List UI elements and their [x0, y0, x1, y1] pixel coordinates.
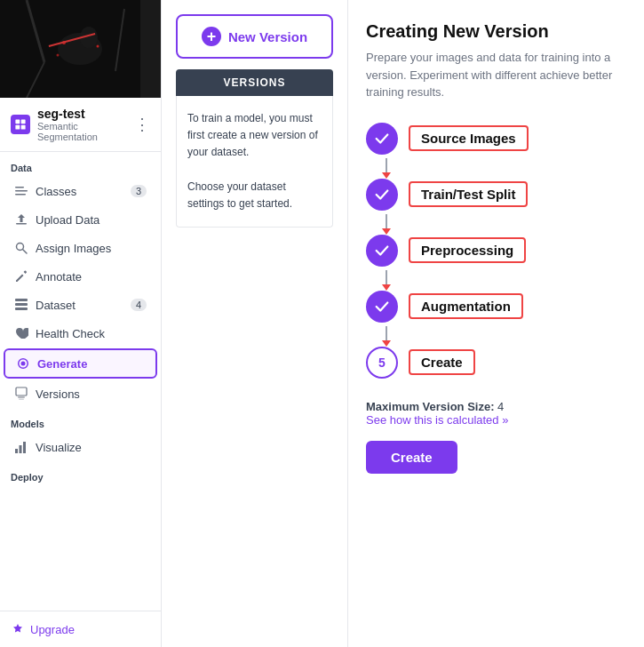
versions-label: Versions: [36, 387, 80, 401]
upload-data-label: Upload Data: [36, 213, 99, 227]
svg-rect-27: [23, 442, 26, 453]
svg-line-18: [23, 250, 28, 254]
project-info: seg-test Semantic Segmentation: [37, 107, 127, 142]
new-version-label: New Version: [228, 29, 307, 44]
preprocessing-label: Preprocessing: [409, 237, 526, 263]
svg-point-3: [62, 41, 66, 44]
page-title: Creating New Version: [366, 21, 626, 42]
upgrade-button[interactable]: Upgrade: [11, 622, 150, 636]
arrow-2: [366, 214, 626, 235]
svg-rect-15: [15, 194, 26, 196]
step-3-circle: [366, 235, 398, 267]
svg-rect-11: [15, 125, 20, 130]
svg-rect-25: [15, 449, 18, 453]
new-version-button[interactable]: + New Version: [176, 14, 333, 59]
versions-body: To train a model, you must first create …: [176, 96, 333, 228]
step-create: 5 Create: [366, 347, 626, 379]
svg-rect-20: [15, 303, 28, 306]
dataset-badge: 4: [131, 299, 147, 311]
arrow-4: [366, 326, 626, 347]
project-more-button[interactable]: ⋮: [134, 115, 150, 134]
sidebar-item-assign-images[interactable]: Assign Images: [4, 235, 157, 261]
visualize-label: Visualize: [36, 441, 82, 454]
sidebar-footer: Upgrade: [0, 611, 161, 647]
annotate-label: Annotate: [36, 270, 82, 284]
arrow-1: [366, 158, 626, 179]
versions-section: VERSIONS To train a model, you must firs…: [176, 69, 333, 228]
step-preprocessing: Preprocessing: [366, 235, 626, 267]
project-icon: [11, 115, 30, 134]
svg-rect-12: [21, 125, 26, 130]
project-meta: seg-test Semantic Segmentation ⋮: [0, 98, 161, 152]
arrow-3: [366, 270, 626, 291]
step-1-circle: [366, 123, 398, 155]
upgrade-label: Upgrade: [30, 623, 75, 636]
sidebar-item-versions[interactable]: Versions: [4, 380, 157, 407]
sidebar-item-visualize[interactable]: Visualize: [4, 434, 157, 460]
deploy-section-label: Deploy: [0, 461, 161, 486]
project-name: seg-test: [37, 107, 127, 121]
sidebar-item-classes[interactable]: Classes 3: [4, 178, 157, 204]
generate-label: Generate: [37, 357, 87, 371]
svg-rect-13: [15, 187, 24, 188]
steps-container: Source Images Train/Test Split: [366, 123, 626, 382]
step-source-images: Source Images: [366, 123, 626, 155]
sidebar: seg-test Semantic Segmentation ⋮ Data Cl…: [0, 0, 162, 647]
svg-rect-26: [20, 445, 22, 453]
dataset-label: Dataset: [36, 299, 76, 312]
step-2-circle: [366, 179, 398, 211]
svg-point-5: [57, 54, 60, 57]
project-type: Semantic Segmentation: [37, 121, 127, 142]
svg-point-2: [80, 27, 98, 48]
source-images-label: Source Images: [409, 125, 529, 151]
svg-rect-21: [15, 308, 28, 310]
versions-text: To train a model, you must first create …: [187, 110, 322, 212]
plus-icon: +: [202, 27, 221, 46]
max-version-info: Maximum Version Size: 4: [366, 400, 626, 413]
create-label: Create: [409, 349, 475, 375]
sidebar-item-upload-data[interactable]: Upload Data: [4, 206, 157, 233]
svg-rect-23: [18, 396, 25, 398]
max-version-value: 4: [497, 400, 504, 413]
step-augmentation: Augmentation: [366, 291, 626, 323]
svg-rect-16: [16, 223, 27, 225]
middle-panel: + New Version VERSIONS To train a model,…: [162, 0, 348, 647]
project-image: [0, 0, 161, 98]
assign-images-label: Assign Images: [36, 242, 111, 255]
classes-badge: 3: [131, 185, 147, 197]
health-check-label: Health Check: [36, 327, 105, 340]
page-subtitle: Prepare your images and data for trainin…: [366, 49, 626, 101]
sidebar-item-generate[interactable]: Generate: [4, 348, 157, 379]
versions-header: VERSIONS: [176, 69, 333, 96]
svg-rect-24: [19, 399, 24, 401]
svg-rect-22: [16, 387, 27, 395]
step-5-circle: 5: [366, 347, 398, 379]
svg-rect-19: [15, 299, 28, 301]
create-button[interactable]: Create: [366, 441, 457, 474]
step-train-test-split: Train/Test Split: [366, 179, 626, 211]
svg-point-4: [97, 45, 99, 48]
step-4-circle: [366, 291, 398, 323]
augmentation-label: Augmentation: [409, 293, 523, 319]
sidebar-item-health-check[interactable]: Health Check: [4, 320, 157, 347]
svg-rect-9: [15, 119, 20, 124]
svg-rect-14: [15, 190, 28, 192]
see-how-link[interactable]: See how this is calculated »: [366, 413, 626, 427]
sidebar-item-dataset[interactable]: Dataset 4: [4, 292, 157, 318]
train-test-split-label: Train/Test Split: [409, 181, 528, 207]
sidebar-item-annotate[interactable]: Annotate: [4, 263, 157, 290]
max-version-label: Maximum Version Size:: [366, 400, 497, 413]
models-section-label: Models: [0, 408, 161, 433]
data-section-label: Data: [0, 152, 161, 177]
svg-rect-10: [21, 119, 26, 124]
classes-label: Classes: [36, 185, 76, 198]
right-panel: Creating New Version Prepare your images…: [348, 0, 644, 647]
